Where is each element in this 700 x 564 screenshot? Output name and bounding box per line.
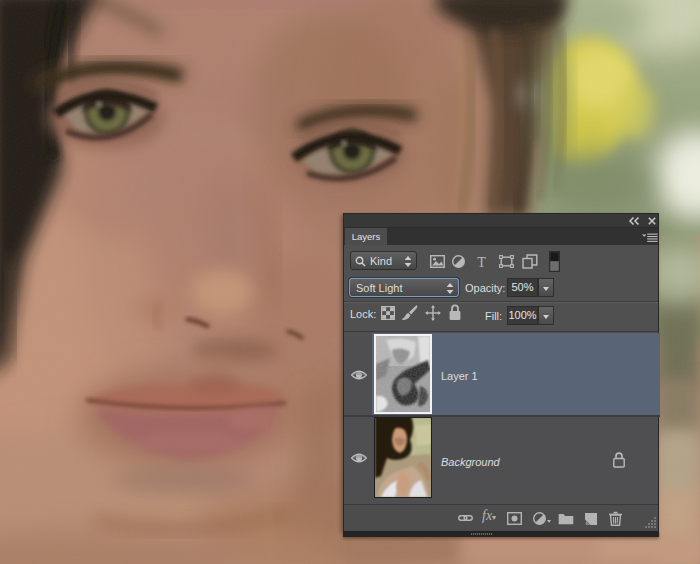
svg-text:T: T bbox=[477, 255, 486, 268]
